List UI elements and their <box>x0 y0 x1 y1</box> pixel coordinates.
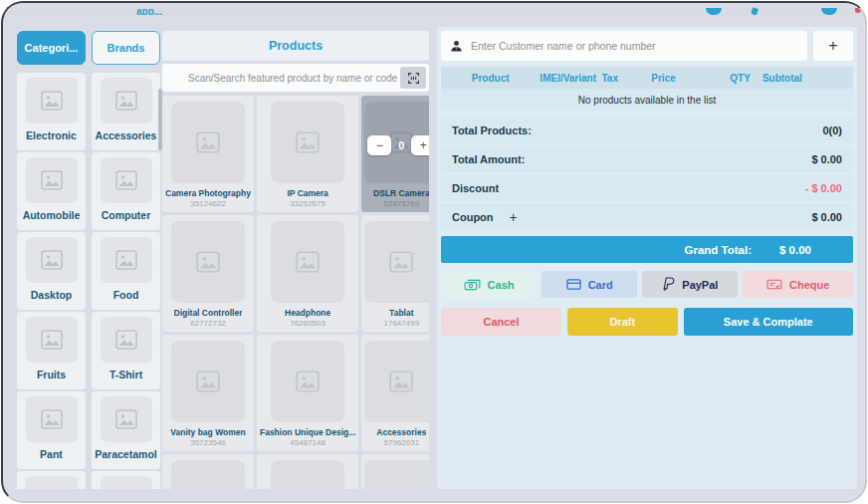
product-card[interactable]: Tablat 17647499 <box>361 215 429 332</box>
category-label: Pant <box>40 448 63 460</box>
order-table-header-cell: Tax <box>581 73 639 84</box>
sidebar-tab[interactable]: Brands <box>92 31 160 65</box>
category-item[interactable] <box>17 471 86 489</box>
payment-cash-label: Cash <box>488 279 515 291</box>
product-card[interactable] <box>361 454 429 489</box>
customer-search-field <box>441 31 807 61</box>
category-image-placeholder <box>26 237 78 283</box>
product-image-placeholder <box>271 221 344 303</box>
total-row: Total Products: 0(0) <box>441 118 853 143</box>
payment-card-button[interactable]: Card <box>542 271 637 298</box>
product-image-placeholder <box>364 221 429 303</box>
order-table-header-cell: QTY <box>688 73 762 84</box>
category-label: T-Shirt <box>109 369 142 380</box>
cancel-button[interactable]: Cancel <box>441 308 561 336</box>
category-item[interactable]: Fruits <box>17 312 86 389</box>
product-card[interactable]: DSLR Camera 52875769 − 0 + <box>361 96 429 212</box>
payment-cash-button[interactable]: Cash <box>441 271 537 298</box>
category-item[interactable]: Dasktop <box>17 232 86 310</box>
image-placeholder-icon <box>114 249 138 271</box>
product-card[interactable]: Digital Controller 62772732 <box>162 215 254 332</box>
grand-total-bar: Grand Total: $ 0.00 <box>441 236 853 263</box>
total-row-value: $ 0.00 <box>811 153 842 165</box>
order-actions: Cancel Draft Save & Complate <box>441 308 853 336</box>
category-label: Food <box>113 289 139 301</box>
category-image-placeholder <box>101 317 152 363</box>
product-name: DSLR Camera <box>373 188 429 198</box>
image-placeholder-icon <box>40 488 64 489</box>
order-table-header: Product IMEI/Variant Tax Price QTY Subto… <box>441 67 853 89</box>
category-item[interactable]: Electronic <box>17 73 86 150</box>
image-placeholder-icon <box>295 250 321 274</box>
category-image-placeholder <box>101 157 152 203</box>
barcode-scan-button[interactable] <box>400 67 426 89</box>
image-placeholder-icon <box>195 130 221 154</box>
category-item[interactable]: Accessories <box>92 73 160 150</box>
product-image-placeholder <box>171 341 245 422</box>
image-placeholder-icon <box>40 169 64 191</box>
barcode-scan-icon <box>407 72 420 85</box>
category-item[interactable] <box>92 471 160 489</box>
category-image-placeholder <box>101 476 152 489</box>
category-label: Electronic <box>26 129 77 141</box>
calculator-icon[interactable] <box>706 8 722 15</box>
product-name: Headphone <box>285 308 330 318</box>
product-card[interactable]: Headphone 76260503 <box>257 215 358 332</box>
total-row-value: $ 0.00 <box>811 211 842 223</box>
product-image-placeholder <box>271 102 344 183</box>
product-card[interactable] <box>162 454 254 489</box>
save-complete-button[interactable]: Save & Complate <box>684 308 853 336</box>
product-name: Tablat <box>389 308 413 318</box>
image-placeholder-icon <box>114 169 138 191</box>
category-item[interactable]: T-Shirt <box>92 312 160 389</box>
product-card[interactable]: IP Camera 33252675 <box>257 96 358 212</box>
total-row: Discount - $ 0.00 <box>441 175 853 201</box>
top-nav-bar-clipped: app... <box>3 3 865 15</box>
product-code: 57962031 <box>384 438 420 447</box>
draft-button[interactable]: Draft <box>567 308 678 336</box>
product-name: Digital Controller <box>174 308 243 318</box>
customer-search-input[interactable] <box>471 40 798 52</box>
image-placeholder-icon <box>40 90 64 112</box>
products-panel: Products <box>162 31 429 489</box>
product-card[interactable]: Accessories 57962031 <box>361 335 429 451</box>
category-item[interactable]: Automobile <box>17 152 86 230</box>
product-card[interactable]: Vanity bag Women 35723546 <box>162 335 254 451</box>
category-image-placeholder <box>26 396 78 442</box>
payment-methods: Cash Card PayPal <box>441 271 853 298</box>
product-image-placeholder <box>171 221 245 303</box>
product-card[interactable]: Fashion Unique Desig... 45487148 <box>257 335 358 451</box>
total-row-value: - $ 0.00 <box>805 182 842 194</box>
category-image-placeholder <box>26 476 78 489</box>
logout-icon[interactable] <box>855 8 861 13</box>
total-row-label: Discount <box>452 182 499 194</box>
category-item[interactable]: Pant <box>17 391 86 469</box>
fullscreen-icon[interactable] <box>821 8 837 15</box>
category-item[interactable]: Food <box>92 232 160 310</box>
payment-paypal-button[interactable]: PayPal <box>642 271 738 298</box>
quantity-stepper: − 0 + <box>361 135 429 155</box>
payment-cheque-button[interactable]: Cheque <box>743 271 853 298</box>
product-name: Camera Photography <box>165 188 251 198</box>
category-label: Dasktop <box>31 289 72 301</box>
product-card[interactable] <box>257 454 358 489</box>
image-placeholder-icon <box>114 408 138 430</box>
category-image-placeholder <box>101 78 152 124</box>
add-coupon-button[interactable]: + <box>510 209 518 225</box>
product-search-input[interactable] <box>188 73 397 84</box>
order-empty-message: No products available in the list <box>441 89 853 111</box>
quantity-decrease-button[interactable]: − <box>367 135 391 155</box>
product-image-placeholder <box>271 341 344 422</box>
grand-total-label: Grand Total: <box>685 244 753 256</box>
sidebar-tab[interactable]: Categori... <box>17 31 86 65</box>
top-nav-breadcrumb: app... <box>136 6 162 15</box>
total-row-label: Coupon <box>452 211 494 223</box>
image-placeholder-icon <box>388 370 414 393</box>
category-item[interactable]: Paracetamol <box>92 391 160 469</box>
add-customer-button[interactable]: + <box>813 31 853 61</box>
category-item[interactable]: Computer <box>92 152 160 230</box>
pen-icon[interactable] <box>751 7 759 15</box>
quantity-increase-button[interactable]: + <box>411 135 429 155</box>
image-placeholder-icon <box>40 249 64 271</box>
product-card[interactable]: Camera Photography 35124622 <box>162 96 254 212</box>
